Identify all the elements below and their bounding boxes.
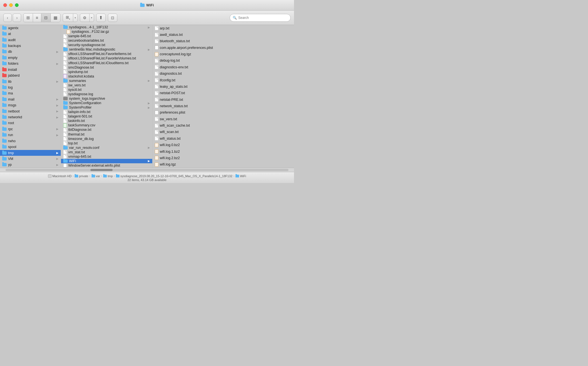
list-item[interactable]: security-sysdiagnose.txt (61, 43, 152, 47)
list-item[interactable]: run▶ (0, 132, 61, 138)
back-button[interactable]: ‹ (3, 14, 12, 22)
list-item[interactable]: stackshot.kcdata (61, 74, 152, 79)
breadcrumb-item[interactable]: WiFi (235, 174, 246, 178)
list-item[interactable]: debug-log.txt (153, 57, 294, 64)
list-item[interactable]: awdl_status.txt (153, 31, 294, 38)
list-item[interactable]: top.txt (61, 141, 152, 146)
breadcrumb-item[interactable]: var (92, 174, 100, 178)
list-item[interactable]: msgs▶ (0, 102, 61, 108)
group-by-dropdown-arrow[interactable]: ▾ (73, 14, 77, 22)
search-box[interactable]: 🔍 (230, 14, 291, 22)
list-item[interactable]: tbtDiagnose.txt (61, 127, 152, 132)
list-item[interactable]: sentinelås Mac.mdsdiagnostic▶ (61, 47, 152, 52)
scroll-track[interactable] (6, 169, 288, 171)
list-item[interactable]: com.apple.airport.preferences.plist (153, 44, 294, 51)
list-item[interactable]: lib▶ (0, 79, 61, 84)
list-item[interactable]: taskinfo.txt (61, 119, 152, 123)
breadcrumb-item[interactable]: private (75, 174, 88, 178)
list-item[interactable]: agentx (0, 25, 61, 31)
list-item[interactable]: var_run_resolv.conf▶ (61, 146, 152, 150)
list-item[interactable]: spool (0, 144, 61, 150)
list-item[interactable]: tmp▶ (0, 150, 61, 156)
breadcrumb-item[interactable]: Macintosh HD (48, 174, 72, 178)
breadcrumb-item[interactable]: sysdiagnose_2019.08.20_15-12-16+0700_645… (116, 174, 232, 178)
list-item[interactable]: smcDiagnose.txt (61, 65, 152, 70)
list-item[interactable]: wifi.log.2.bz2 (153, 155, 294, 161)
list-item[interactable]: empty (0, 55, 61, 61)
action-button[interactable]: ⚙ ▾ (80, 14, 94, 22)
list-item[interactable]: rpc▶ (0, 126, 61, 132)
list-item[interactable]: sw_vers.txt (61, 83, 152, 87)
list-item[interactable]: preferences.plist (153, 109, 294, 116)
list-item[interactable]: db▶ (0, 49, 61, 55)
icon-view-button[interactable]: ⊞ (24, 14, 33, 22)
list-item[interactable]: networkd▶ (0, 114, 61, 120)
list-item[interactable]: wifi_scan_cache.txt (153, 122, 294, 129)
list-item[interactable]: wifi_scan.txt (153, 129, 294, 135)
list-item[interactable]: install (0, 67, 61, 72)
share-button[interactable]: ⬆ (96, 14, 106, 22)
list-item[interactable]: netboot▶ (0, 108, 61, 114)
list-item[interactable]: diagnostics.txt (153, 71, 294, 77)
list-view-button[interactable]: ≡ (33, 14, 41, 22)
list-item[interactable]: securebootvariables.txt (61, 38, 152, 43)
list-item[interactable]: root (0, 120, 61, 126)
list-item[interactable]: sfltool.LSSharedFileList.FavoriteItems.t… (61, 52, 152, 56)
list-item[interactable]: talagent-501.txt (61, 114, 152, 119)
list-item[interactable]: backups (0, 43, 61, 49)
scroll-thumb[interactable] (90, 169, 113, 171)
list-item[interactable]: system_logs.logarchive (61, 96, 152, 101)
list-item[interactable]: network_status.txt (153, 103, 294, 109)
list-item[interactable]: vm_stat.txt (61, 150, 152, 154)
list-item[interactable]: wifi.log.tgz (153, 161, 294, 168)
list-item[interactable]: bluetooth_status.txt (153, 38, 294, 44)
list-item[interactable]: SystemConfiguration▶ (61, 101, 152, 105)
close-button[interactable] (3, 3, 7, 7)
tag-button[interactable]: ⊡ (108, 14, 117, 22)
list-item[interactable]: tailspin-info.txt (61, 110, 152, 114)
action-icon-area[interactable]: ⚙ (80, 14, 90, 22)
forward-button[interactable]: › (13, 14, 21, 22)
list-item[interactable]: wifi_status.txt (153, 135, 294, 142)
list-item[interactable]: SystemProfiler▶ (61, 105, 152, 110)
breadcrumb-item[interactable]: tmp (103, 174, 113, 178)
list-item[interactable]: sample-645.txt (61, 34, 152, 38)
list-item[interactable]: folders▶ (0, 61, 61, 67)
list-item[interactable]: sfltool.LSSharedFileList.FavoriteVolumes… (61, 56, 152, 61)
list-item[interactable]: vmmap-645.txt (61, 154, 152, 159)
list-item[interactable]: yp▶ (0, 162, 61, 168)
list-item[interactable]: wifi.log.0.bz2 (153, 142, 294, 148)
list-item[interactable]: audit (0, 37, 61, 43)
list-item[interactable]: thermal.txt (61, 132, 152, 137)
horizontal-scrollbar[interactable] (0, 168, 294, 172)
list-item[interactable]: timezone_db.log (61, 137, 152, 141)
list-item[interactable]: leaky_ap_stats.txt (153, 83, 294, 90)
list-item[interactable]: sysdiagnos...F132.tar.gz (61, 29, 152, 34)
action-dropdown-arrow[interactable]: ▾ (90, 14, 94, 22)
group-by-icon-area[interactable]: ⊞▾ (63, 14, 73, 22)
list-item[interactable]: WindowServer.external.winfo.plist (61, 163, 152, 168)
list-item[interactable]: netstat-POST.txt (153, 90, 294, 96)
list-item[interactable]: sfltool.LSSharedFileList.iCloudItems.txt (61, 61, 152, 65)
list-item[interactable]: ifconfig.txt (153, 77, 294, 83)
list-item[interactable]: sw_vers.txt (153, 116, 294, 122)
list-item[interactable]: rwho (0, 138, 61, 144)
list-item[interactable]: at (0, 31, 61, 37)
list-item[interactable]: sysdiagnose.log (61, 92, 152, 96)
maximize-button[interactable] (15, 3, 19, 7)
list-item[interactable]: spindump.txt (61, 70, 152, 74)
column-view-button[interactable]: ⊟ (41, 14, 51, 22)
list-item[interactable]: sysctl.txt (61, 87, 152, 92)
list-item[interactable]: taskSummary.csv (61, 123, 152, 127)
group-by-button[interactable]: ⊞▾ ▾ (63, 14, 78, 22)
list-item[interactable]: sysdiagnos...4-1_18F132 ▶ (61, 25, 152, 29)
gallery-view-button[interactable]: ▦ (51, 14, 60, 22)
list-item[interactable]: corecaptured.log.tgz (153, 51, 294, 57)
list-item[interactable]: VM▶ (0, 156, 61, 162)
search-input[interactable] (238, 16, 288, 20)
list-item[interactable]: netstat-PRE.txt (153, 96, 294, 103)
list-item[interactable]: wifi.log.1.bz2 (153, 148, 294, 155)
list-item[interactable]: diagnostics-env.txt (153, 64, 294, 70)
minimize-button[interactable] (9, 3, 13, 7)
list-item[interactable]: mail▶ (0, 96, 61, 102)
